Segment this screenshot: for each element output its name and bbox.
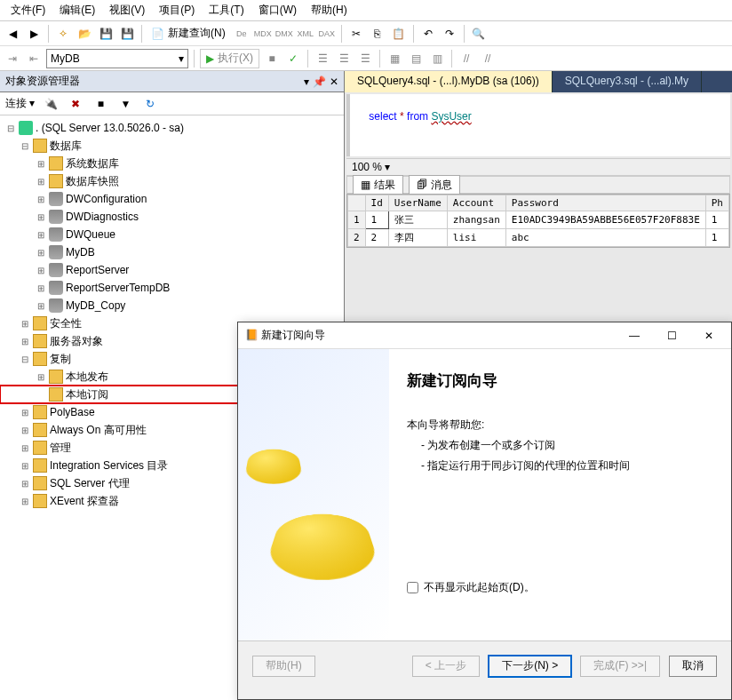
disconnect-icon[interactable]: ✖ [67, 95, 84, 113]
refresh-icon[interactable]: ↻ [141, 95, 159, 113]
uncomment-icon[interactable]: // [479, 50, 497, 68]
no-show-checkbox[interactable]: 不再显示此起始页(D)。 [407, 580, 713, 595]
tree-db[interactable]: ⊞MyDB [0, 243, 344, 261]
connect-icon[interactable]: 🔌 [42, 95, 60, 113]
paste-icon[interactable]: 📋 [390, 25, 408, 43]
close-button[interactable]: ✕ [694, 326, 724, 346]
col-rownum [347, 195, 365, 211]
table-row[interactable]: 2 2 李四 lisi abc 1 [347, 229, 728, 247]
wizard-title: 新建订阅向导 [261, 329, 325, 341]
chevron-down-icon: ▾ [179, 52, 184, 65]
menu-edit[interactable]: 编辑(E) [52, 1, 102, 20]
results-tabs: ▦结果 🗐消息 [346, 176, 730, 194]
folder-icon [33, 334, 47, 348]
stop-icon[interactable]: ■ [92, 95, 109, 113]
outdent-icon[interactable]: ⇤ [25, 50, 43, 68]
save-all-icon[interactable]: 💾 [118, 25, 136, 43]
col-password[interactable]: Password [505, 195, 705, 211]
xmla-icon[interactable]: XML [297, 25, 314, 43]
save-icon[interactable]: 💾 [97, 25, 115, 43]
menu-window[interactable]: 窗口(W) [251, 1, 304, 20]
folder-icon [33, 423, 47, 437]
folder-icon [33, 405, 47, 419]
tab-results[interactable]: ▦结果 [353, 175, 403, 195]
menu-help[interactable]: 帮助(H) [304, 1, 354, 20]
filter-icon[interactable]: ▼ [116, 95, 134, 113]
no-show-input[interactable] [407, 582, 418, 593]
plan-icon[interactable]: ☰ [314, 50, 331, 68]
tree-db[interactable]: ⊞DWDiagnostics [0, 208, 344, 226]
results-file-icon[interactable]: ▥ [428, 50, 446, 68]
indent-icon[interactable]: ⇥ [4, 50, 21, 68]
dmx-icon[interactable]: DMX [275, 25, 293, 43]
de-icon[interactable]: De [233, 25, 251, 43]
parse-icon[interactable]: ✓ [284, 50, 302, 68]
table-row[interactable]: 1 1 张三 zhangsan E10ADC3949BA59ABBE56E057… [347, 211, 728, 229]
nav-back-icon[interactable]: ◀ [4, 25, 21, 43]
new-query-button[interactable]: 📄新建查询(N) [147, 24, 229, 44]
menu-tools[interactable]: 工具(T) [202, 1, 251, 20]
copy-icon[interactable]: ⎘ [369, 25, 386, 43]
folder-icon [33, 139, 47, 153]
tab-query4[interactable]: SQLQuery4.sql - (...l).MyDB (sa (106)) [345, 71, 553, 92]
nav-fwd-icon[interactable]: ▶ [25, 25, 43, 43]
tree-db[interactable]: ⊞DWConfiguration [0, 190, 344, 208]
results-text-icon[interactable]: ▤ [407, 50, 425, 68]
find-icon[interactable]: 🔍 [470, 25, 488, 43]
execute-button[interactable]: ▶执行(X) [200, 49, 259, 68]
menu-file[interactable]: 文件(F) [4, 1, 52, 20]
editor-tabs: SQLQuery4.sql - (...l).MyDB (sa (106)) S… [345, 71, 732, 92]
tree-db[interactable]: ⊞DWQueue [0, 226, 344, 243]
dax-icon[interactable]: DAX [318, 25, 336, 43]
connect-dropdown[interactable]: 连接 ▾ [5, 96, 35, 111]
new-item-icon[interactable]: ✧ [54, 25, 72, 43]
zoom-bar: 100 % ▾ [346, 158, 730, 176]
minimize-button[interactable]: — [619, 326, 649, 346]
results-grid[interactable]: Id UserName Account Password Ph 1 1 张三 z… [346, 194, 730, 248]
tree-server[interactable]: ⊟. (SQL Server 13.0.5026.0 - sa) [0, 119, 344, 137]
finish-button[interactable]: 完成(F) >>| [580, 656, 660, 677]
tab-messages[interactable]: 🗐消息 [409, 175, 460, 195]
next-button[interactable]: 下一步(N) > [489, 656, 571, 677]
col-username[interactable]: UserName [388, 195, 447, 211]
tree-sysdb[interactable]: ⊞系统数据库 [0, 155, 344, 172]
zoom-combo[interactable]: 100 % ▾ [352, 161, 390, 173]
results-grid-icon[interactable]: ▦ [386, 50, 403, 68]
comment-icon[interactable]: // [458, 50, 475, 68]
main-toolbar: ◀ ▶ ✧ 📂 💾 💾 📄新建查询(N) De MDX DMX XML DAX … [0, 21, 732, 46]
open-icon[interactable]: 📂 [76, 25, 93, 43]
menu-project[interactable]: 项目(P) [152, 1, 202, 20]
folder-icon [33, 494, 47, 508]
sql-editor[interactable]: select * from SysUser [346, 94, 730, 156]
col-account[interactable]: Account [447, 195, 505, 211]
panel-pin-icon[interactable]: 📌 [313, 76, 326, 88]
tree-databases[interactable]: ⊟数据库 [0, 137, 344, 155]
maximize-button[interactable]: ☐ [656, 326, 687, 346]
folder-icon [33, 441, 47, 455]
tab-query3[interactable]: SQLQuery3.sql - (...al).My [553, 71, 702, 92]
panel-dropdown-icon[interactable]: ▾ [304, 76, 309, 88]
tree-db[interactable]: ⊞ReportServer [0, 261, 344, 279]
col-ph[interactable]: Ph [705, 195, 728, 211]
database-combo[interactable]: MyDB▾ [46, 49, 188, 68]
tree-db[interactable]: ⊞ReportServerTempDB [0, 279, 344, 297]
cancel-button[interactable]: 取消 [669, 656, 717, 677]
tree-db[interactable]: ⊞MyDB_Copy [0, 297, 344, 314]
wizard-titlebar[interactable]: 📙 新建订阅向导 — ☐ ✕ [238, 322, 731, 349]
panel-close-icon[interactable]: ✕ [330, 76, 338, 88]
debug-icon[interactable]: ■ [263, 50, 281, 68]
folder-icon [33, 316, 47, 330]
tree-snapshot[interactable]: ⊞数据库快照 [0, 172, 344, 190]
cut-icon[interactable]: ✂ [347, 25, 365, 43]
menu-view[interactable]: 视图(V) [102, 1, 152, 20]
col-id[interactable]: Id [365, 195, 388, 211]
panel-title: 对象资源管理器 [5, 74, 80, 89]
mdx-icon[interactable]: MDX [254, 25, 272, 43]
undo-icon[interactable]: ↶ [419, 25, 437, 43]
redo-icon[interactable]: ↷ [441, 25, 458, 43]
msg-icon: 🗐 [417, 179, 427, 191]
actual-plan-icon[interactable]: ☰ [335, 50, 353, 68]
stats-icon[interactable]: ☰ [356, 50, 374, 68]
help-button[interactable]: 帮助(H) [252, 656, 315, 677]
back-button[interactable]: < 上一步 [412, 656, 480, 677]
